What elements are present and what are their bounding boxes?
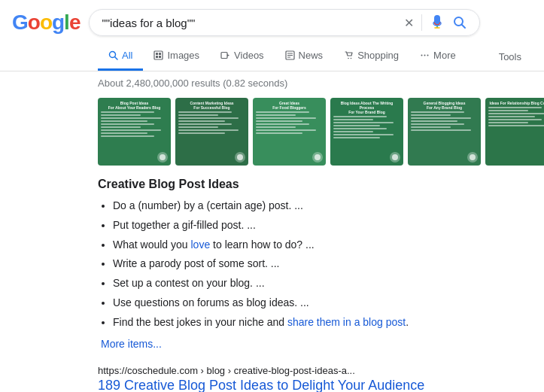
thumbnail-4[interactable]: Blog Ideas About The Writing ProcessFor … <box>330 98 403 166</box>
shopping-icon <box>344 50 354 60</box>
share-link[interactable]: share them in a blog post <box>287 316 406 328</box>
search-button[interactable] <box>452 15 467 30</box>
svg-line-2 <box>462 25 466 29</box>
svg-marker-11 <box>227 54 229 56</box>
news-icon <box>285 50 295 60</box>
thumbnails-row: Blog Post IdeasFor About Your Readers Bl… <box>0 95 544 175</box>
tab-images[interactable]: Images <box>143 42 210 71</box>
nav-tabs: All Images Videos News <box>0 42 544 71</box>
list-item: Put together a gif-filled post. ... <box>113 217 532 235</box>
header: Google ""ideas for a blog"" ✕ <box>0 0 544 42</box>
list-item: What would you love to learn how to do? … <box>113 236 532 254</box>
all-icon <box>108 50 118 60</box>
thumbnail-3[interactable]: Great IdeasFor Food Bloggers <box>253 98 326 166</box>
svg-rect-6 <box>156 53 158 55</box>
svg-line-4 <box>115 57 118 60</box>
divider <box>421 14 422 31</box>
featured-list: Do a (number) by a (certain age) post. .… <box>98 197 532 332</box>
more-items-link[interactable]: More items... <box>101 338 162 350</box>
search-bar: ""ideas for a blog"" ✕ <box>89 9 480 36</box>
tab-news[interactable]: News <box>275 42 334 71</box>
list-item: Use questions on forums as blog ideas. .… <box>113 294 532 312</box>
list-item: Find the best jokes in your niche and sh… <box>113 314 532 332</box>
thumbnail-5[interactable]: General Blogging IdeasFor Any Brand Blog <box>408 98 481 166</box>
svg-rect-9 <box>159 56 161 58</box>
clear-search-icon[interactable]: ✕ <box>404 16 414 30</box>
list-item: Write a parody post of some sort. ... <box>113 255 532 273</box>
svg-rect-7 <box>159 53 161 55</box>
thumbnail-1[interactable]: Blog Post IdeasFor About Your Readers Bl… <box>98 98 171 166</box>
images-icon <box>153 50 163 60</box>
source-url: https://coschedule.com › blog › creative… <box>98 365 532 376</box>
search-bar-icons: ✕ <box>404 14 467 31</box>
featured-result: Creative Blog Post Ideas Do a (number) b… <box>0 175 544 359</box>
list-item: Set up a contest on your blog. ... <box>113 275 532 293</box>
love-link[interactable]: love <box>191 239 211 251</box>
search-input[interactable]: ""ideas for a blog"" <box>102 17 398 29</box>
featured-title: Creative Blog Post Ideas <box>98 178 532 191</box>
svg-rect-10 <box>221 53 227 59</box>
list-item: Do a (number) by a (certain age) post. .… <box>113 197 532 215</box>
tab-videos[interactable]: Videos <box>210 42 275 71</box>
videos-icon <box>220 50 230 60</box>
tools-button[interactable]: Tools <box>488 44 532 70</box>
results-stats: About 2,480,000,000 results (0.82 second… <box>0 71 544 95</box>
svg-rect-5 <box>154 51 163 59</box>
svg-point-16 <box>348 58 349 59</box>
svg-point-17 <box>351 58 352 59</box>
tab-shopping[interactable]: Shopping <box>333 42 409 71</box>
source-block: https://coschedule.com › blog › creative… <box>0 359 544 392</box>
svg-rect-8 <box>156 56 158 58</box>
tab-all[interactable]: All <box>98 42 143 71</box>
thumbnail-6[interactable]: Ideas For Relationship Blog Conte... <box>485 98 544 166</box>
thumbnail-2[interactable]: Content Marketing IdeasFor Successful Bl… <box>175 98 248 166</box>
more-dots-icon <box>420 50 430 60</box>
mic-icon[interactable] <box>430 15 445 30</box>
tab-more[interactable]: More <box>409 42 467 71</box>
source-title-link[interactable]: 189 Creative Blog Post Ideas to Delight … <box>98 378 424 392</box>
svg-point-19 <box>424 55 426 56</box>
svg-point-20 <box>427 55 429 56</box>
google-logo: Google <box>12 11 80 35</box>
svg-point-18 <box>421 55 423 56</box>
